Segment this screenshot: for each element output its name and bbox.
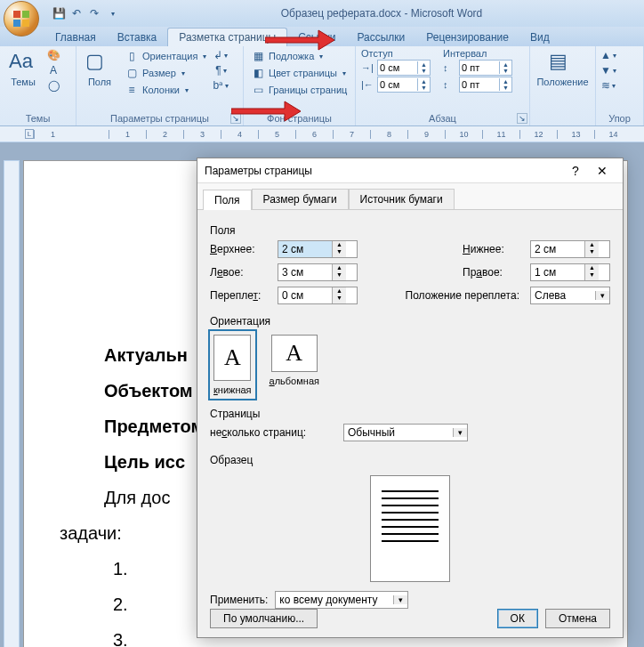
gutter-input[interactable]: ▲▼ xyxy=(278,287,358,304)
vertical-ruler[interactable] xyxy=(4,160,20,647)
group-page-bg: ▦Подложка ◧Цвет страницы ▭Границы страни… xyxy=(244,46,356,125)
group-extras-label: Упор xyxy=(601,113,638,125)
margins-icon: ▢ xyxy=(85,50,114,75)
ok-button[interactable]: ОК xyxy=(497,609,538,628)
indent-right-icon: |← xyxy=(361,79,374,90)
bring-front-icon[interactable]: ▲ xyxy=(601,48,616,62)
tab-page-layout[interactable]: Разметка страницы xyxy=(167,28,287,46)
ruler-mark: 13 xyxy=(557,130,594,139)
page-color-button[interactable]: ◧Цвет страницы xyxy=(249,65,350,81)
orientation-button[interactable]: ▯Ориентация xyxy=(123,48,208,64)
horizontal-ruler[interactable]: L 1 1 2 3 4 5 6 7 8 9 10 11 12 13 14 xyxy=(0,126,644,142)
tab-selector[interactable]: L xyxy=(25,129,34,139)
breaks-button[interactable]: ↲ xyxy=(213,48,228,62)
indent-right-input[interactable]: ▲▼ xyxy=(377,77,431,93)
dialog-help-button[interactable]: ? xyxy=(562,164,589,178)
dialog-tab-paper[interactable]: Размер бумаги xyxy=(252,189,349,209)
ruler-mark: 10 xyxy=(445,130,482,139)
margins-label: Поля xyxy=(88,77,111,87)
right-margin-label: Правое: xyxy=(463,266,525,279)
apply-to-label: Применить: xyxy=(210,594,268,606)
paragraph-launcher[interactable]: ↘ xyxy=(517,113,527,124)
group-extras: ▲ ▼ ≋ Упор xyxy=(596,46,644,125)
themes-button[interactable]: Aa Темы xyxy=(5,48,41,93)
line-numbers-button[interactable]: ¶ xyxy=(213,63,228,77)
doc-line: Для дос xyxy=(104,481,170,514)
theme-colors-icon[interactable]: 🎨 xyxy=(46,48,60,62)
tab-review[interactable]: Рецензирование xyxy=(415,28,519,46)
ruler-mark: 1 xyxy=(109,130,146,139)
office-button[interactable] xyxy=(4,1,39,36)
space-before-input[interactable]: ▲▼ xyxy=(459,60,512,76)
left-margin-label: Левое: xyxy=(210,266,272,279)
theme-effects-icon[interactable]: ◯ xyxy=(46,78,60,93)
dialog-tab-margins[interactable]: Поля xyxy=(203,190,252,210)
landscape-label: альбомная xyxy=(270,376,319,386)
themes-icon: Aa xyxy=(9,50,37,75)
dialog-close-button[interactable]: ✕ xyxy=(589,164,616,178)
wrap-text-icon[interactable]: ≋ xyxy=(601,78,616,93)
tab-home[interactable]: Главная xyxy=(44,28,107,46)
window-title: Образец реферата.docx - Microsoft Word xyxy=(119,7,644,20)
orientation-icon: ▯ xyxy=(125,49,139,63)
watermark-button[interactable]: ▦Подложка xyxy=(249,48,350,64)
group-themes: Aa Темы 🎨 A ◯ Темы xyxy=(0,46,76,125)
multipages-select[interactable]: Обычный▾ xyxy=(343,424,468,441)
tab-mailings[interactable]: Рассылки xyxy=(346,28,415,46)
ruler-mark: 11 xyxy=(482,130,519,139)
indent-left-input[interactable]: ▲▼ xyxy=(377,60,431,76)
indent-title: Отступ xyxy=(361,48,431,59)
ribbon: Aa Темы 🎨 A ◯ Темы ▢ Поля ▯Ориентация ▢Р… xyxy=(0,46,644,126)
undo-icon[interactable]: ↶ xyxy=(69,6,84,20)
apply-to-select[interactable]: ко всему документу▾ xyxy=(275,591,408,609)
svg-rect-3 xyxy=(22,20,29,27)
send-back-icon[interactable]: ▼ xyxy=(601,63,616,77)
svg-rect-2 xyxy=(13,20,20,27)
hyphenation-button[interactable]: bᵃ xyxy=(213,78,228,93)
dialog-tabs: Поля Размер бумаги Источник бумаги xyxy=(197,183,623,210)
page-color-icon: ◧ xyxy=(251,66,265,80)
left-margin-input[interactable]: ▲▼ xyxy=(278,263,358,281)
right-margin-input[interactable]: ▲▼ xyxy=(530,263,610,281)
ruler-mark: 14 xyxy=(594,130,632,139)
position-button[interactable]: ▤ Положение xyxy=(535,48,590,89)
doc-line: Цель исс xyxy=(104,452,185,472)
space-after-icon: ↕ xyxy=(443,79,455,90)
orientation-landscape[interactable]: A альбомная xyxy=(266,331,323,399)
space-before-icon: ↕ xyxy=(443,62,455,73)
columns-button[interactable]: ≡Колонки xyxy=(123,82,208,98)
themes-label: Темы xyxy=(11,77,36,87)
indent-left-icon: →| xyxy=(361,62,374,73)
default-button[interactable]: По умолчанию... xyxy=(210,609,318,628)
portrait-label: книжная xyxy=(213,384,252,395)
theme-fonts-icon[interactable]: A xyxy=(46,63,60,77)
qat-more-icon[interactable] xyxy=(105,6,119,20)
size-button[interactable]: ▢Размер xyxy=(123,65,208,81)
svg-rect-0 xyxy=(13,11,20,18)
space-after-input[interactable]: ▲▼ xyxy=(459,77,512,93)
save-icon[interactable]: 💾 xyxy=(52,6,66,20)
orientation-portrait[interactable]: A книжная xyxy=(210,331,255,399)
dialog-tab-source[interactable]: Источник бумаги xyxy=(349,189,455,209)
top-margin-input[interactable]: ▲▼ xyxy=(278,240,358,258)
ruler-mark: 1 xyxy=(34,130,71,139)
bottom-margin-input[interactable]: ▲▼ xyxy=(530,240,610,258)
tab-view[interactable]: Вид xyxy=(519,28,560,46)
ruler-mark: 3 xyxy=(183,130,221,139)
section-orientation: Ориентация xyxy=(210,315,610,328)
page-setup-dialog: Параметры страницы ? ✕ Поля Размер бумаг… xyxy=(197,158,624,638)
tab-insert[interactable]: Вставка xyxy=(107,28,168,46)
margins-button[interactable]: ▢ Поля xyxy=(82,48,117,98)
doc-line: Объектом xyxy=(104,381,193,400)
dialog-title: Параметры страницы xyxy=(205,165,562,177)
page-setup-launcher[interactable]: ↘ xyxy=(230,113,241,124)
gutter-pos-select[interactable]: Слева▾ xyxy=(530,287,610,304)
page-borders-button[interactable]: ▭Границы страниц xyxy=(249,82,350,98)
gutter-pos-label: Положение переплета: xyxy=(363,289,525,302)
cancel-button[interactable]: Отмена xyxy=(545,609,610,628)
ruler-mark: 6 xyxy=(295,130,333,139)
redo-icon[interactable]: ↷ xyxy=(87,6,101,20)
tab-references[interactable]: Ссылки xyxy=(287,28,346,46)
group-page-setup: ▢ Поля ▯Ориентация ▢Размер ≡Колонки ↲ ¶ … xyxy=(76,46,244,125)
spacing-title: Интервал xyxy=(443,48,512,59)
